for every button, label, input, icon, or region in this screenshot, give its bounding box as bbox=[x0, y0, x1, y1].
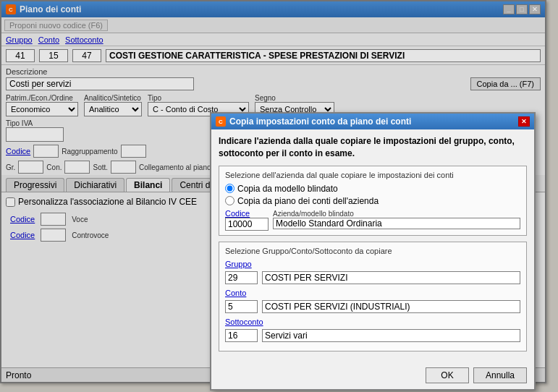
conto-num-input[interactable] bbox=[225, 300, 258, 313]
codice-azienda-input[interactable] bbox=[225, 218, 269, 231]
conto-field-row bbox=[225, 300, 520, 313]
modal-body: Indicare l'azienda dalla quale copiare l… bbox=[211, 129, 534, 363]
modal-title: Copia impostazioni conto da piano dei co… bbox=[229, 116, 411, 127]
radio-row-1: Copia da modello blindato bbox=[225, 184, 520, 194]
radio-1-label: Copia da modello blindato bbox=[237, 184, 338, 194]
conto-link[interactable]: Conto bbox=[225, 289, 520, 297]
gruppo-sub: Gruppo bbox=[225, 260, 520, 284]
azienda-section: Selezione dell'azienda dal quale copiare… bbox=[219, 166, 527, 236]
sottoconto-sub: Sottoconto bbox=[225, 318, 520, 342]
gruppo-field-row bbox=[225, 271, 520, 284]
conto-desc-input[interactable] bbox=[262, 300, 520, 313]
modal-close-button[interactable]: ✕ bbox=[518, 116, 530, 127]
sottoconto-desc-input[interactable] bbox=[262, 329, 520, 342]
gruppo-num-input[interactable] bbox=[225, 271, 258, 284]
azienda-field-row: Codice Azienda/modello blindato bbox=[225, 209, 520, 231]
sottoconto-field-row bbox=[225, 329, 520, 342]
annulla-button[interactable]: Annulla bbox=[473, 367, 527, 383]
radio-azienda[interactable] bbox=[225, 196, 234, 205]
azienda-section-title: Selezione dell'azienda dal quale copiare… bbox=[225, 171, 520, 179]
radio-2-label: Copia da piano dei conti dell'azienda bbox=[237, 196, 379, 206]
modal-footer: OK Annulla bbox=[211, 363, 534, 389]
azienda-modello-input[interactable] bbox=[273, 218, 520, 229]
sottoconto-num-input[interactable] bbox=[225, 329, 258, 342]
gruppo-desc-input[interactable] bbox=[262, 271, 520, 284]
modal-app-icon: C bbox=[216, 116, 226, 127]
conto-sub: Conto bbox=[225, 289, 520, 313]
radio-modello-blindato[interactable] bbox=[225, 184, 234, 193]
modal-description: Indicare l'azienda dalla quale copiare l… bbox=[219, 135, 527, 160]
modal-dialog: C Copia impostazioni conto da piano dei … bbox=[210, 112, 536, 391]
gruppo-section-title: Selezione Gruppo/Conto/Sottoconto da cop… bbox=[225, 247, 520, 255]
modal-title-bar: C Copia impostazioni conto da piano dei … bbox=[211, 114, 534, 129]
ok-button[interactable]: OK bbox=[426, 367, 469, 383]
codice-azienda-link[interactable]: Codice bbox=[225, 209, 269, 218]
azienda-modello-label: Azienda/modello blindato bbox=[273, 210, 520, 218]
sottoconto-link[interactable]: Sottoconto bbox=[225, 318, 520, 326]
gruppo-link[interactable]: Gruppo bbox=[225, 260, 520, 268]
radio-row-2: Copia da piano dei conti dell'azienda bbox=[225, 196, 520, 206]
gruppo-section: Selezione Gruppo/Conto/Sottoconto da cop… bbox=[219, 242, 527, 351]
